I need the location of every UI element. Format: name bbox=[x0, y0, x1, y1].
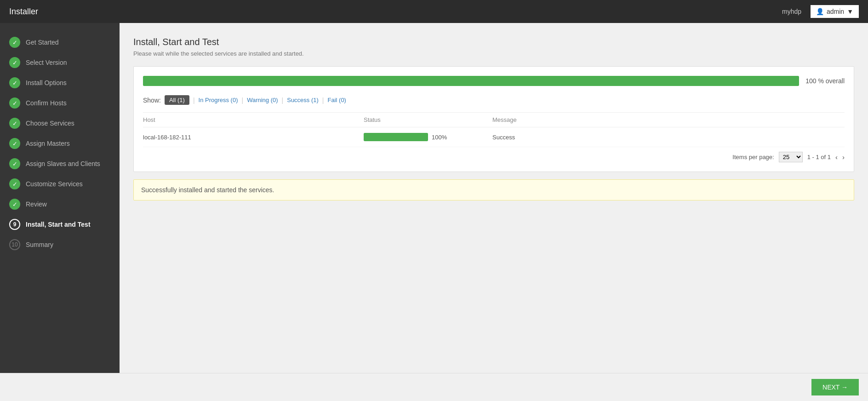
step-circle-4 bbox=[9, 97, 20, 109]
pagination-prev-icon[interactable]: ‹ bbox=[835, 153, 838, 161]
next-button[interactable]: NEXT → bbox=[811, 379, 859, 395]
table-row: local-168-182-111 100% Success bbox=[143, 127, 845, 147]
sidebar-label-get-started: Get Started bbox=[26, 39, 59, 46]
checkmark-icon bbox=[12, 201, 17, 208]
host-cell: local-168-182-111 bbox=[143, 133, 364, 141]
admin-label: admin bbox=[827, 8, 844, 15]
page-subtitle: Please wait while the selected services … bbox=[133, 50, 854, 57]
step-circle-8 bbox=[9, 178, 20, 189]
message-cell: Success bbox=[492, 133, 845, 141]
step-circle-6 bbox=[9, 138, 20, 149]
sidebar-label-choose-services: Choose Services bbox=[26, 120, 74, 127]
sidebar-label-install-options: Install Options bbox=[26, 79, 67, 86]
col-header-status: Status bbox=[364, 116, 492, 123]
row-message-text: Success bbox=[492, 134, 515, 141]
filter-sep-2: | bbox=[242, 97, 244, 104]
app-header: Installer myhdp 👤 admin ▼ bbox=[0, 0, 868, 23]
sidebar: Get Started Select Version Install Optio… bbox=[0, 23, 120, 373]
row-progress-bg bbox=[364, 133, 428, 141]
filter-in-progress-link[interactable]: In Progress (0) bbox=[199, 97, 238, 103]
site-name: myhdp bbox=[782, 8, 801, 15]
filter-sep-3: | bbox=[282, 97, 284, 104]
sidebar-label-assign-masters: Assign Masters bbox=[26, 140, 70, 147]
footer: NEXT → bbox=[0, 373, 868, 401]
sidebar-item-choose-services[interactable]: Choose Services bbox=[0, 113, 120, 133]
table-header: Host Status Message bbox=[143, 113, 845, 127]
content-area: Install, Start and Test Please wait whil… bbox=[120, 23, 868, 373]
row-progress-fill bbox=[364, 133, 428, 141]
pagination-row: Items per page: 25 50 100 1 - 1 of 1 ‹ › bbox=[143, 147, 845, 162]
sidebar-item-review[interactable]: Review bbox=[0, 194, 120, 214]
pagination-range: 1 - 1 of 1 bbox=[807, 154, 831, 160]
step-circle-7 bbox=[9, 158, 20, 169]
admin-menu-button[interactable]: 👤 admin ▼ bbox=[811, 5, 859, 18]
host-name: local-168-182-111 bbox=[143, 134, 191, 141]
step-circle-3 bbox=[9, 77, 20, 88]
notice-text: Successfully installed and started the s… bbox=[141, 186, 274, 194]
chevron-down-icon: ▼ bbox=[847, 8, 853, 15]
sidebar-item-confirm-hosts[interactable]: Confirm Hosts bbox=[0, 93, 120, 113]
sidebar-item-assign-slaves[interactable]: Assign Slaves and Clients bbox=[0, 154, 120, 174]
sidebar-label-install-start-test: Install, Start and Test bbox=[26, 221, 91, 228]
overall-pct-label: 100 % overall bbox=[805, 77, 845, 85]
sidebar-label-confirm-hosts: Confirm Hosts bbox=[26, 99, 67, 107]
status-cell: 100% bbox=[364, 133, 492, 141]
sidebar-label-summary: Summary bbox=[26, 241, 53, 248]
main-card: 100 % overall Show: All (1) | In Progres… bbox=[133, 66, 854, 172]
checkmark-icon bbox=[12, 181, 17, 188]
overall-progress-row: 100 % overall bbox=[143, 76, 845, 86]
checkmark-icon bbox=[12, 100, 17, 107]
app-title: Installer bbox=[9, 7, 38, 17]
row-pct-label: 100% bbox=[432, 134, 447, 141]
step-circle-10: 9 bbox=[9, 219, 20, 230]
pagination-next-icon[interactable]: › bbox=[842, 153, 845, 161]
step-circle-2 bbox=[9, 57, 20, 68]
success-notice: Successfully installed and started the s… bbox=[133, 179, 854, 200]
sidebar-label-select-version: Select Version bbox=[26, 59, 67, 66]
hosts-table: Host Status Message local-168-182-111 10… bbox=[143, 112, 845, 147]
checkmark-icon bbox=[12, 140, 17, 147]
user-icon: 👤 bbox=[816, 8, 824, 15]
sidebar-item-install-options[interactable]: Install Options bbox=[0, 73, 120, 93]
sidebar-label-customize-services: Customize Services bbox=[26, 180, 83, 188]
checkmark-icon bbox=[12, 80, 17, 86]
sidebar-item-customize-services[interactable]: Customize Services bbox=[0, 174, 120, 194]
items-per-page-label: Items per page: bbox=[732, 154, 774, 160]
sidebar-item-install-start-test[interactable]: 9 Install, Start and Test bbox=[0, 214, 120, 235]
filter-row: Show: All (1) | In Progress (0) | Warnin… bbox=[143, 95, 845, 105]
filter-fail-link[interactable]: Fail (0) bbox=[328, 97, 346, 103]
filter-success-link[interactable]: Success (1) bbox=[287, 97, 319, 103]
overall-progress-bar-bg bbox=[143, 76, 799, 86]
step-circle-5 bbox=[9, 118, 20, 129]
checkmark-icon bbox=[12, 160, 17, 167]
page-title: Install, Start and Test bbox=[133, 37, 854, 47]
sidebar-item-assign-masters[interactable]: Assign Masters bbox=[0, 133, 120, 154]
filter-sep-1: | bbox=[193, 97, 195, 104]
step-circle-9 bbox=[9, 199, 20, 210]
items-per-page-select[interactable]: 25 50 100 bbox=[779, 152, 803, 162]
col-header-host: Host bbox=[143, 116, 364, 123]
col-header-message: Message bbox=[492, 116, 845, 123]
filter-show-label: Show: bbox=[143, 97, 161, 104]
sidebar-item-summary[interactable]: 10 Summary bbox=[0, 235, 120, 255]
header-right: myhdp 👤 admin ▼ bbox=[782, 5, 859, 18]
checkmark-icon bbox=[12, 39, 17, 46]
sidebar-label-review: Review bbox=[26, 200, 47, 208]
step-circle-11: 10 bbox=[9, 239, 20, 250]
main-layout: Get Started Select Version Install Optio… bbox=[0, 23, 868, 373]
overall-progress-bar-fill bbox=[143, 76, 799, 86]
step-circle-1 bbox=[9, 37, 20, 48]
sidebar-label-assign-slaves: Assign Slaves and Clients bbox=[26, 160, 100, 167]
sidebar-item-select-version[interactable]: Select Version bbox=[0, 52, 120, 73]
checkmark-icon bbox=[12, 59, 17, 66]
checkmark-icon bbox=[12, 120, 17, 127]
filter-all-button[interactable]: All (1) bbox=[165, 95, 189, 105]
filter-sep-4: | bbox=[322, 97, 324, 104]
filter-warning-link[interactable]: Warning (0) bbox=[247, 97, 278, 103]
sidebar-item-get-started[interactable]: Get Started bbox=[0, 32, 120, 52]
